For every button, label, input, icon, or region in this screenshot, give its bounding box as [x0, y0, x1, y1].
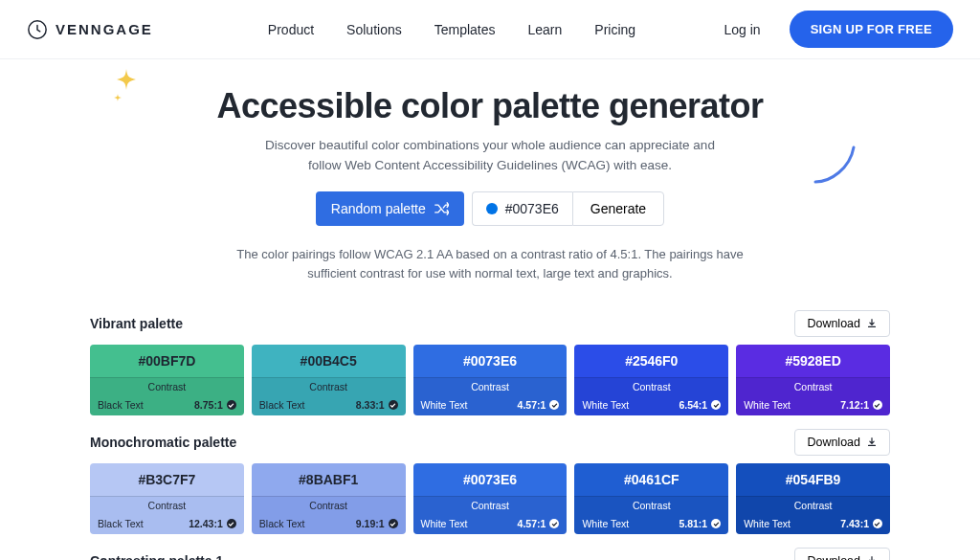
login-link[interactable]: Log in: [724, 22, 760, 37]
contrast-header: Contrast: [736, 496, 890, 513]
hex-label: #054FB9: [736, 463, 890, 496]
contrast-ratio: 6.54:1: [679, 399, 721, 411]
nav-solutions[interactable]: Solutions: [346, 22, 402, 37]
contrast-ratio: 7.12:1: [840, 399, 882, 411]
check-icon: [549, 400, 559, 410]
color-swatch-preview: [486, 203, 498, 214]
text-color-label: White Text: [582, 518, 629, 529]
nav-learn[interactable]: Learn: [528, 22, 563, 37]
download-button[interactable]: Download: [794, 310, 890, 337]
palette-title: Contrasting palette 1: [90, 553, 223, 560]
hex-label: #2546F0: [574, 345, 728, 377]
palette-title: Monochromatic palette: [90, 435, 236, 450]
hex-label: #5928ED: [736, 345, 890, 377]
color-card[interactable]: #2546F0ContrastWhite Text6.54:1: [574, 345, 728, 415]
hex-label: #B3C7F7: [90, 463, 244, 496]
check-icon: [227, 400, 236, 410]
contrast-ratio: 4.57:1: [518, 518, 560, 529]
signup-button[interactable]: SIGN UP FOR FREE: [790, 11, 953, 48]
contrast-info: Black Text9.19:1: [252, 513, 406, 534]
contrast-info: Black Text12.43:1: [90, 513, 244, 534]
contrast-header: Contrast: [736, 377, 890, 394]
contrast-header: Contrast: [574, 377, 728, 394]
page-title: Accessible color palette generator: [0, 86, 980, 126]
brush-stroke-decoration: [812, 142, 858, 186]
check-icon: [711, 519, 721, 528]
nav-templates[interactable]: Templates: [434, 22, 496, 37]
contrast-info: White Text6.54:1: [574, 394, 728, 415]
contrast-ratio: 5.81:1: [679, 518, 721, 529]
text-color-label: White Text: [744, 518, 791, 529]
generator-controls: Random palette #0073E6 Generate: [0, 191, 980, 226]
color-card[interactable]: #8BABF1ContrastBlack Text9.19:1: [252, 463, 406, 534]
text-color-label: Black Text: [98, 399, 144, 411]
text-color-label: Black Text: [259, 518, 305, 529]
text-color-label: White Text: [582, 399, 629, 411]
hex-label: #00BF7D: [90, 345, 244, 377]
text-color-label: White Text: [421, 399, 468, 411]
brand-name: VENNGAGE: [56, 21, 153, 37]
generate-button[interactable]: Generate: [572, 191, 664, 226]
check-icon: [227, 519, 236, 528]
contrast-ratio: 7.43:1: [840, 518, 882, 529]
download-icon: [866, 318, 878, 329]
contrast-ratio: 9.19:1: [356, 518, 398, 529]
hex-label: #8BABF1: [252, 463, 406, 496]
download-icon: [866, 555, 878, 560]
text-color-label: White Text: [421, 518, 468, 529]
contrast-info: White Text7.12:1: [736, 394, 890, 415]
brand-logo[interactable]: VENNGAGE: [27, 19, 153, 40]
contrast-header: Contrast: [413, 377, 568, 394]
palette-row: #B3C7F7ContrastBlack Text12.43:1 #8BABF1…: [90, 463, 890, 534]
contrast-header: Contrast: [413, 496, 568, 513]
check-icon: [711, 400, 721, 410]
clock-icon: [27, 19, 48, 40]
text-color-label: Black Text: [259, 399, 305, 411]
color-card[interactable]: #054FB9ContrastWhite Text7.43:1: [736, 463, 890, 534]
hex-value: #0073E6: [505, 201, 559, 216]
contrast-header: Contrast: [574, 496, 728, 513]
contrast-info: White Text4.57:1: [413, 513, 568, 534]
wcag-note: The color pairings follow WCAG 2.1 AA ba…: [0, 245, 980, 283]
palette-title: Vibrant palette: [90, 316, 183, 331]
random-palette-button[interactable]: Random palette: [316, 191, 464, 226]
download-icon: [866, 437, 878, 448]
color-card[interactable]: #0073E6ContrastWhite Text4.57:1: [413, 463, 568, 534]
sparkle-icon: [111, 67, 142, 103]
check-icon: [549, 519, 559, 528]
download-button[interactable]: Download: [794, 548, 890, 560]
color-card[interactable]: #00B4C5ContrastBlack Text8.33:1: [252, 345, 406, 415]
hex-label: #00B4C5: [252, 345, 406, 377]
hex-input[interactable]: #0073E6: [472, 191, 572, 226]
color-card[interactable]: #B3C7F7ContrastBlack Text12.43:1: [90, 463, 244, 534]
shuffle-icon: [434, 202, 449, 215]
contrast-header: Contrast: [252, 496, 406, 513]
color-card[interactable]: #0073E6ContrastWhite Text4.57:1: [413, 345, 568, 415]
text-color-label: Black Text: [98, 518, 144, 529]
hex-label: #0073E6: [413, 463, 568, 496]
contrast-info: White Text5.81:1: [574, 513, 728, 534]
contrast-ratio: 8.33:1: [356, 399, 398, 411]
nav-product[interactable]: Product: [268, 22, 314, 37]
color-card[interactable]: #0461CFContrastWhite Text5.81:1: [574, 463, 728, 534]
check-icon: [389, 400, 398, 410]
text-color-label: White Text: [744, 399, 791, 411]
contrast-header: Contrast: [252, 377, 406, 394]
nav-pricing[interactable]: Pricing: [594, 22, 635, 37]
check-icon: [389, 519, 398, 528]
check-icon: [873, 519, 882, 528]
color-card[interactable]: #00BF7DContrastBlack Text8.75:1: [90, 345, 244, 415]
palette-row: #00BF7DContrastBlack Text8.75:1 #00B4C5C…: [90, 345, 890, 415]
check-icon: [873, 400, 882, 410]
hex-label: #0461CF: [574, 463, 728, 496]
main-nav: Product Solutions Templates Learn Pricin…: [268, 22, 635, 37]
contrast-ratio: 12.43:1: [189, 518, 236, 529]
contrast-ratio: 4.57:1: [518, 399, 560, 411]
contrast-info: White Text4.57:1: [413, 394, 568, 415]
color-card[interactable]: #5928EDContrastWhite Text7.12:1: [736, 345, 890, 415]
contrast-ratio: 8.75:1: [194, 399, 236, 411]
contrast-info: Black Text8.75:1: [90, 394, 244, 415]
hex-label: #0073E6: [413, 345, 568, 377]
contrast-header: Contrast: [90, 377, 244, 394]
download-button[interactable]: Download: [794, 429, 890, 456]
